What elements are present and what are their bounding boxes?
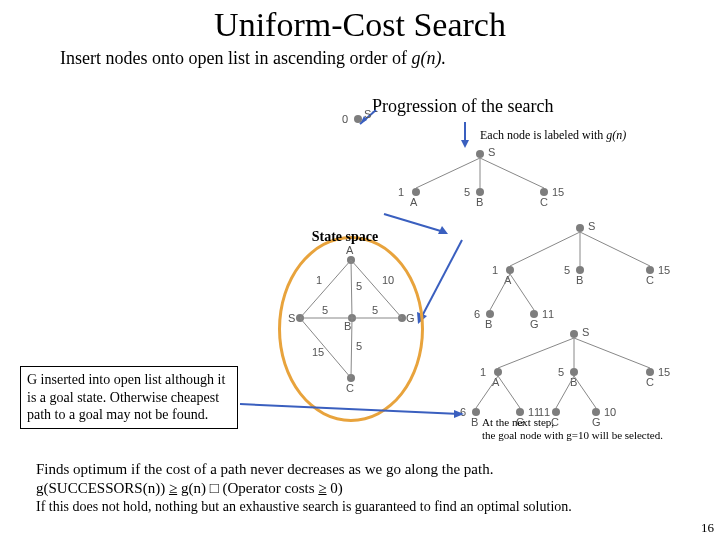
t3-vc: 15 [658,264,670,276]
progression-label: Progression of the search [372,96,553,117]
svg-point-35 [516,408,524,416]
svg-point-16 [506,266,514,274]
svg-point-5 [476,150,484,158]
t4-vb: 5 [558,366,564,378]
bottom-para: Finds optimum if the cost of a path neve… [36,460,696,498]
gnote-arrow-icon [238,398,468,428]
svg-line-30 [476,376,498,408]
svg-point-17 [576,266,584,274]
t1-S: S [364,108,371,120]
stage-arrow-1-icon [382,212,452,238]
bottom-l2a: g(SUCCESSORS(n)) [36,480,169,496]
t3-vb2: 6 [474,308,480,320]
svg-line-20 [510,274,534,310]
g-SB: 5 [322,304,328,316]
subtitle-text: Insert nodes onto open list in ascending… [60,48,411,68]
eachnode-gn: g(n) [606,128,626,142]
svg-point-11 [540,188,548,196]
svg-point-12 [576,224,584,232]
svg-line-8 [480,158,544,188]
nextstep-l2: the goal node with g=10 will be selected… [482,429,663,442]
bottom-l2c: g(n) □ (Operator costs [177,480,318,496]
t4-vc: 15 [658,366,670,378]
svg-line-24 [498,338,574,368]
page-number: 16 [701,520,714,536]
svg-point-9 [412,188,420,196]
svg-point-28 [570,368,578,376]
t4-va: 1 [480,366,486,378]
t4-B2: B [471,416,478,428]
g-BG: 5 [372,304,378,316]
svg-point-37 [592,408,600,416]
svg-point-36 [552,408,560,416]
state-space-label: State space [298,228,392,246]
g-SC: 15 [312,346,324,358]
t4-C: C [646,376,654,388]
svg-point-18 [646,266,654,274]
t2-vb: 5 [464,186,470,198]
g-A: A [346,246,354,256]
bottom-para2: If this does not hold, nothing but an ex… [36,498,696,516]
svg-line-38 [384,214,444,232]
t3-vg: 11 [542,308,554,320]
g-G: G [406,312,415,324]
svg-point-22 [530,310,538,318]
svg-line-54 [240,404,460,414]
svg-line-19 [490,274,510,310]
t3-B: B [576,274,583,286]
svg-line-26 [574,338,650,368]
g-C: C [346,382,354,394]
nextstep-note: At the next step, the goal node with g=1… [482,416,663,442]
g-B: B [344,320,351,332]
page-title: Uniform-Cost Search [0,0,720,44]
subtitle: Insert nodes onto open list in ascending… [0,48,720,69]
t2-C: C [540,196,548,208]
state-space-graph: A S B G C 1 5 15 5 10 5 5 [286,246,416,416]
t3-va: 1 [492,264,498,276]
g-AG: 10 [382,274,394,286]
svg-line-40 [420,240,462,320]
subtitle-gn: g(n). [411,48,446,68]
svg-line-33 [574,376,596,408]
svg-point-27 [494,368,502,376]
nextstep-l1: At the next step, [482,416,663,429]
g-BC: 5 [356,340,362,352]
t3-vb: 5 [564,264,570,276]
bottom-l2d: ≥ [318,480,326,496]
t2-va: 1 [398,186,404,198]
svg-line-50 [351,260,352,318]
bottom-l2e: 0) [327,480,343,496]
svg-point-29 [646,368,654,376]
svg-point-34 [472,408,480,416]
g-AB: 5 [356,280,362,292]
bottom-l1: Finds optimum if the cost of a path neve… [36,461,493,477]
svg-point-21 [486,310,494,318]
tree-step1: 0 S [336,108,372,130]
svg-point-23 [570,330,578,338]
svg-line-15 [580,232,650,266]
eachnode-label: Each node is labeled with g(n) [480,128,626,143]
tree-step2: S A B C 1 5 15 [380,144,580,212]
tree-step3: S A B C 1 5 15 B G 6 11 [470,218,690,338]
svg-line-6 [416,158,480,188]
eachnode-text: Each node is labeled with [480,128,606,142]
t2-S: S [488,146,495,158]
svg-line-13 [510,232,580,266]
t2-B: B [476,196,483,208]
g-SA: 1 [316,274,322,286]
svg-marker-55 [454,410,464,418]
bottom-l2b: ≥ [169,480,177,496]
t2-vc: 15 [552,186,564,198]
g-S: S [288,312,295,324]
svg-line-31 [498,376,520,408]
t1-val: 0 [342,113,348,125]
t4-S: S [582,326,589,338]
t2-A: A [410,196,418,208]
svg-point-10 [476,188,484,196]
gnote-box: G inserted into open list although it is… [20,366,238,429]
t3-S: S [588,220,595,232]
svg-point-4 [354,115,362,123]
t3-C: C [646,274,654,286]
svg-line-32 [556,376,574,408]
